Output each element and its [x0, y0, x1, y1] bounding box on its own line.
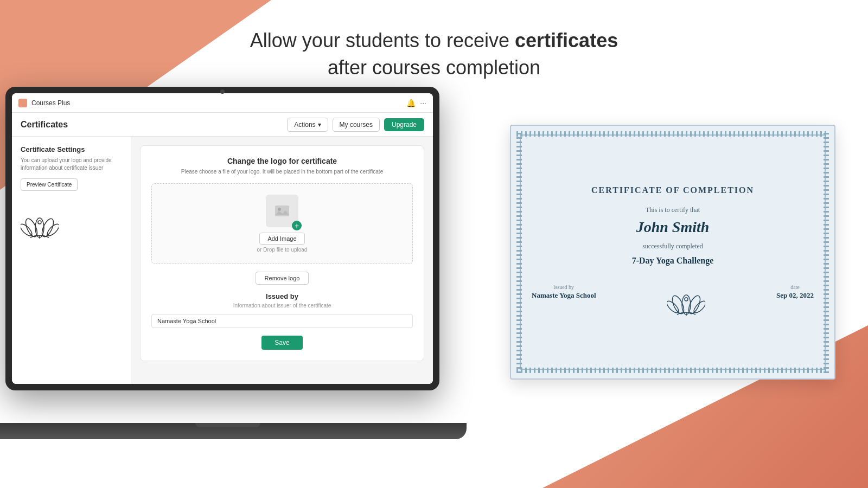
actions-button[interactable]: Actions ▾: [287, 118, 328, 132]
cert-settings-desc: You can upload your logo and provide inf…: [21, 157, 122, 172]
toolbar-buttons: Actions ▾ My courses Upgrade: [287, 118, 424, 132]
app-icon: [18, 99, 27, 107]
cert-issued-section: issued by Namaste Yoga School: [532, 284, 596, 300]
headline-bold: certificates: [515, 29, 618, 52]
card-subtitle: Please choose a file of your logo. It wi…: [151, 169, 413, 175]
cert-issued-value: Namaste Yoga School: [532, 291, 596, 300]
app-name: Courses Plus: [31, 99, 70, 107]
lotus-svg-left: [21, 207, 59, 240]
svg-point-3: [21, 222, 34, 237]
laptop-screen: Courses Plus 🔔 ··· Certificates Actions: [12, 93, 433, 384]
svg-point-12: [667, 299, 680, 314]
laptop-frame: Courses Plus 🔔 ··· Certificates Actions: [5, 87, 439, 390]
cert-date-section: date Sep 02, 2022: [776, 284, 814, 300]
page-content: Allow your students to receive certifica…: [0, 0, 868, 488]
laptop-base: [0, 423, 467, 439]
app-ui: Courses Plus 🔔 ··· Certificates Actions: [12, 93, 433, 384]
cert-date-label: date: [776, 284, 814, 290]
card-title: Change the logo for certificate: [151, 157, 413, 165]
headline-part2: after courses completion: [328, 56, 540, 79]
add-image-button[interactable]: Add Image: [259, 233, 304, 245]
image-placeholder-icon: [274, 203, 290, 219]
certificate-preview: CERTIFICATE OF COMPLETION This is to cer…: [510, 125, 835, 380]
remove-logo-button[interactable]: Remove logo: [256, 272, 309, 285]
upgrade-button[interactable]: Upgrade: [384, 118, 424, 131]
my-courses-button[interactable]: My courses: [333, 118, 380, 132]
cert-student-name: John Smith: [636, 219, 710, 236]
cert-course-name: 7-Day Yoga Challenge: [632, 256, 714, 266]
laptop-camera: [220, 89, 225, 94]
drop-text: or Drop file to upload: [163, 247, 401, 253]
main-toolbar: Certificates Actions ▾ My courses Upgrad…: [12, 113, 433, 137]
title-bar: Courses Plus 🔔 ···: [12, 93, 433, 113]
actions-label: Actions: [294, 121, 315, 129]
laptop-container: Courses Plus 🔔 ··· Certificates Actions: [5, 87, 450, 423]
cert-lotus-svg: [667, 284, 705, 317]
title-bar-left: Courses Plus: [18, 99, 70, 107]
save-button[interactable]: Save: [261, 336, 302, 350]
title-bar-right: 🔔 ···: [406, 99, 426, 107]
svg-point-5: [38, 221, 41, 224]
upload-area[interactable]: Add Image or Drop file to upload: [151, 183, 413, 264]
svg-point-14: [685, 298, 688, 301]
lotus-icon-left: [21, 207, 122, 240]
headline-part1: Allow your students to receive: [250, 29, 515, 52]
upload-image-placeholder: [266, 195, 298, 227]
issued-by-title: Issued by: [151, 292, 413, 300]
main-card: Change the logo for certificate Please c…: [140, 145, 424, 361]
preview-certificate-button[interactable]: Preview Certificate: [21, 178, 78, 191]
cert-settings-title: Certificate Settings: [21, 145, 122, 153]
cert-title: CERTIFICATE OF COMPLETION: [591, 185, 754, 195]
svg-point-13: [692, 299, 705, 314]
issued-by-subtitle: Information about issuer of the certific…: [151, 303, 413, 309]
cert-completed-text: successfully completed: [642, 242, 703, 251]
app-content: Certificate Settings You can upload your…: [12, 137, 433, 384]
right-panel: Change the logo for certificate Please c…: [131, 137, 433, 384]
page-title: Certificates: [21, 120, 68, 130]
cert-issued-label: issued by: [532, 284, 596, 290]
cert-bottom-row: issued by Namaste Yoga School: [532, 284, 814, 319]
chevron-down-icon: ▾: [318, 121, 321, 129]
svg-point-8: [278, 208, 281, 211]
left-panel: Certificate Settings You can upload your…: [12, 137, 131, 384]
cert-date-value: Sep 02, 2022: [776, 291, 814, 300]
cert-lotus-center: [667, 284, 705, 319]
svg-point-4: [46, 222, 59, 237]
more-icon[interactable]: ···: [420, 99, 426, 107]
cert-inner-border: CERTIFICATE OF COMPLETION This is to cer…: [520, 134, 826, 370]
cert-certify-text: This is to certify that: [646, 206, 700, 214]
issuer-input[interactable]: [151, 314, 413, 328]
bell-icon[interactable]: 🔔: [406, 99, 416, 107]
